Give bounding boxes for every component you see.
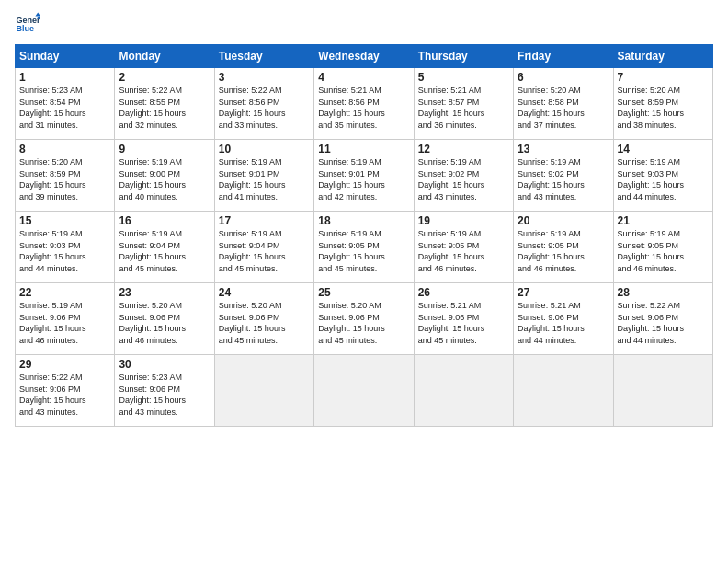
day-info: Sunrise: 5:19 AM Sunset: 9:05 PM Dayligh… xyxy=(318,228,409,274)
calendar-cell: 26Sunrise: 5:21 AM Sunset: 9:06 PM Dayli… xyxy=(414,283,513,355)
day-number: 26 xyxy=(418,286,509,299)
day-number: 27 xyxy=(518,286,609,299)
day-number: 20 xyxy=(518,214,609,227)
day-number: 4 xyxy=(318,71,409,84)
day-info: Sunrise: 5:19 AM Sunset: 9:02 PM Dayligh… xyxy=(418,156,509,202)
day-number: 23 xyxy=(119,286,210,299)
logo-icon: General Blue xyxy=(15,11,40,37)
day-info: Sunrise: 5:23 AM Sunset: 9:06 PM Dayligh… xyxy=(119,372,210,418)
day-info: Sunrise: 5:19 AM Sunset: 9:04 PM Dayligh… xyxy=(219,228,310,274)
day-info: Sunrise: 5:19 AM Sunset: 9:06 PM Dayligh… xyxy=(19,300,110,346)
weekday-header-thursday: Thursday xyxy=(414,45,513,68)
weekday-header-wednesday: Wednesday xyxy=(314,45,414,68)
calendar-cell: 1Sunrise: 5:23 AM Sunset: 8:54 PM Daylig… xyxy=(16,68,115,140)
day-number: 16 xyxy=(119,214,210,227)
weekday-header-tuesday: Tuesday xyxy=(214,45,313,68)
day-info: Sunrise: 5:19 AM Sunset: 9:02 PM Dayligh… xyxy=(518,156,609,202)
calendar-cell: 29Sunrise: 5:22 AM Sunset: 9:06 PM Dayli… xyxy=(16,355,115,427)
calendar-cell: 30Sunrise: 5:23 AM Sunset: 9:06 PM Dayli… xyxy=(115,355,214,427)
calendar-cell: 5Sunrise: 5:21 AM Sunset: 8:57 PM Daylig… xyxy=(414,68,513,140)
calendar-cell xyxy=(314,355,414,427)
day-info: Sunrise: 5:19 AM Sunset: 9:01 PM Dayligh… xyxy=(318,156,409,202)
calendar-cell: 17Sunrise: 5:19 AM Sunset: 9:04 PM Dayli… xyxy=(214,212,313,283)
day-info: Sunrise: 5:20 AM Sunset: 9:06 PM Dayligh… xyxy=(318,300,409,346)
day-number: 29 xyxy=(19,358,110,371)
calendar-page: General Blue SundayMondayTuesdayWednesda… xyxy=(0,0,728,563)
day-number: 9 xyxy=(119,143,210,155)
calendar-cell: 19Sunrise: 5:19 AM Sunset: 9:05 PM Dayli… xyxy=(414,212,513,283)
day-number: 22 xyxy=(19,286,110,299)
weekday-header-saturday: Saturday xyxy=(613,45,712,68)
weekday-header-monday: Monday xyxy=(115,45,214,68)
day-number: 19 xyxy=(418,214,509,227)
day-number: 10 xyxy=(219,143,310,155)
calendar-cell: 6Sunrise: 5:20 AM Sunset: 8:58 PM Daylig… xyxy=(514,68,613,140)
weekday-header-friday: Friday xyxy=(514,45,613,68)
calendar-cell: 20Sunrise: 5:19 AM Sunset: 9:05 PM Dayli… xyxy=(514,212,613,283)
day-number: 11 xyxy=(318,143,409,155)
day-number: 6 xyxy=(518,71,609,84)
calendar-cell: 12Sunrise: 5:19 AM Sunset: 9:02 PM Dayli… xyxy=(414,140,513,212)
day-info: Sunrise: 5:20 AM Sunset: 9:06 PM Dayligh… xyxy=(219,300,310,346)
day-info: Sunrise: 5:19 AM Sunset: 9:03 PM Dayligh… xyxy=(19,228,110,274)
day-info: Sunrise: 5:21 AM Sunset: 9:06 PM Dayligh… xyxy=(518,300,609,346)
day-number: 13 xyxy=(518,143,609,155)
day-number: 18 xyxy=(318,214,409,227)
day-info: Sunrise: 5:19 AM Sunset: 9:04 PM Dayligh… xyxy=(119,228,210,274)
day-info: Sunrise: 5:22 AM Sunset: 9:06 PM Dayligh… xyxy=(19,372,110,418)
day-info: Sunrise: 5:21 AM Sunset: 8:56 PM Dayligh… xyxy=(318,85,409,131)
day-number: 30 xyxy=(119,358,210,371)
day-info: Sunrise: 5:20 AM Sunset: 8:58 PM Dayligh… xyxy=(518,85,609,131)
day-info: Sunrise: 5:22 AM Sunset: 8:55 PM Dayligh… xyxy=(119,85,210,131)
calendar-cell: 13Sunrise: 5:19 AM Sunset: 9:02 PM Dayli… xyxy=(514,140,613,212)
day-number: 25 xyxy=(318,286,409,299)
calendar-cell: 2Sunrise: 5:22 AM Sunset: 8:55 PM Daylig… xyxy=(115,68,214,140)
day-number: 3 xyxy=(219,71,310,84)
day-info: Sunrise: 5:20 AM Sunset: 8:59 PM Dayligh… xyxy=(618,85,709,131)
day-info: Sunrise: 5:19 AM Sunset: 9:05 PM Dayligh… xyxy=(518,228,609,274)
calendar-cell: 14Sunrise: 5:19 AM Sunset: 9:03 PM Dayli… xyxy=(613,140,712,212)
calendar-cell: 24Sunrise: 5:20 AM Sunset: 9:06 PM Dayli… xyxy=(214,283,313,355)
calendar-cell: 18Sunrise: 5:19 AM Sunset: 9:05 PM Dayli… xyxy=(314,212,414,283)
day-info: Sunrise: 5:22 AM Sunset: 8:56 PM Dayligh… xyxy=(219,85,310,131)
calendar-cell xyxy=(414,355,513,427)
calendar-cell xyxy=(214,355,313,427)
day-number: 2 xyxy=(119,71,210,84)
day-info: Sunrise: 5:21 AM Sunset: 8:57 PM Dayligh… xyxy=(418,85,509,131)
calendar-cell xyxy=(613,355,712,427)
calendar-cell: 27Sunrise: 5:21 AM Sunset: 9:06 PM Dayli… xyxy=(514,283,613,355)
svg-marker-2 xyxy=(35,12,40,16)
day-number: 5 xyxy=(418,71,509,84)
calendar-cell: 9Sunrise: 5:19 AM Sunset: 9:00 PM Daylig… xyxy=(115,140,214,212)
day-info: Sunrise: 5:21 AM Sunset: 9:06 PM Dayligh… xyxy=(418,300,509,346)
calendar-cell: 22Sunrise: 5:19 AM Sunset: 9:06 PM Dayli… xyxy=(16,283,115,355)
calendar-cell: 7Sunrise: 5:20 AM Sunset: 8:59 PM Daylig… xyxy=(613,68,712,140)
day-info: Sunrise: 5:20 AM Sunset: 9:06 PM Dayligh… xyxy=(119,300,210,346)
calendar-cell: 25Sunrise: 5:20 AM Sunset: 9:06 PM Dayli… xyxy=(314,283,414,355)
weekday-header-sunday: Sunday xyxy=(16,45,115,68)
calendar-cell: 3Sunrise: 5:22 AM Sunset: 8:56 PM Daylig… xyxy=(214,68,313,140)
calendar-cell: 23Sunrise: 5:20 AM Sunset: 9:06 PM Dayli… xyxy=(115,283,214,355)
calendar-cell: 15Sunrise: 5:19 AM Sunset: 9:03 PM Dayli… xyxy=(16,212,115,283)
day-number: 14 xyxy=(618,143,709,155)
logo: General Blue xyxy=(15,11,40,37)
day-number: 24 xyxy=(219,286,310,299)
day-info: Sunrise: 5:19 AM Sunset: 9:05 PM Dayligh… xyxy=(618,228,709,274)
calendar-cell: 10Sunrise: 5:19 AM Sunset: 9:01 PM Dayli… xyxy=(214,140,313,212)
calendar-cell: 8Sunrise: 5:20 AM Sunset: 8:59 PM Daylig… xyxy=(16,140,115,212)
day-number: 17 xyxy=(219,214,310,227)
day-info: Sunrise: 5:19 AM Sunset: 9:05 PM Dayligh… xyxy=(418,228,509,274)
calendar-cell: 28Sunrise: 5:22 AM Sunset: 9:06 PM Dayli… xyxy=(613,283,712,355)
day-number: 7 xyxy=(618,71,709,84)
day-number: 28 xyxy=(618,286,709,299)
day-number: 1 xyxy=(19,71,110,84)
calendar-table: SundayMondayTuesdayWednesdayThursdayFrid… xyxy=(15,44,713,427)
day-info: Sunrise: 5:23 AM Sunset: 8:54 PM Dayligh… xyxy=(19,85,110,131)
day-info: Sunrise: 5:19 AM Sunset: 9:00 PM Dayligh… xyxy=(119,156,210,202)
day-info: Sunrise: 5:19 AM Sunset: 9:03 PM Dayligh… xyxy=(618,156,709,202)
day-number: 15 xyxy=(19,214,110,227)
calendar-cell: 4Sunrise: 5:21 AM Sunset: 8:56 PM Daylig… xyxy=(314,68,414,140)
day-number: 8 xyxy=(19,143,110,155)
day-number: 21 xyxy=(618,214,709,227)
svg-text:General: General xyxy=(16,16,40,25)
